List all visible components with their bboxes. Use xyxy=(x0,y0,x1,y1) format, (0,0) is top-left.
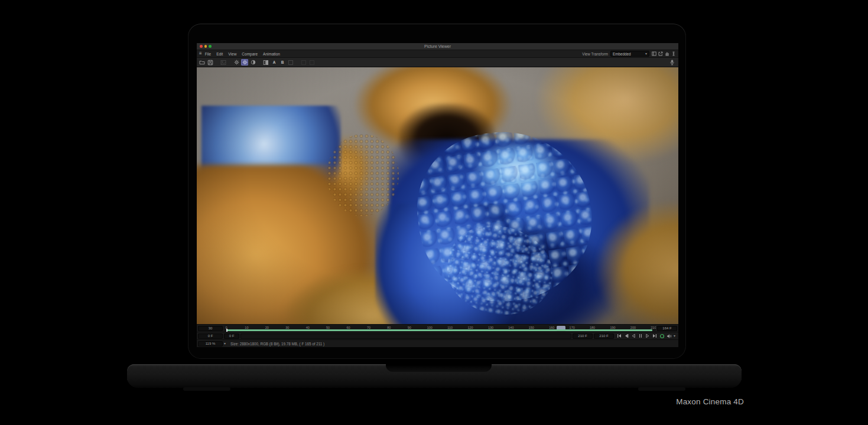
fps-field[interactable]: 30 xyxy=(198,326,223,331)
hand-pan-icon[interactable] xyxy=(665,51,669,56)
hamburger-menu-icon[interactable]: ≡ xyxy=(199,51,202,56)
stereo-disabled-button xyxy=(308,59,316,66)
play-backward-button[interactable] xyxy=(631,334,636,339)
contrast-button[interactable] xyxy=(249,59,256,66)
panel-layout-icon[interactable] xyxy=(652,51,656,56)
compare-link-disabled-button xyxy=(287,59,294,66)
laptop-lid: Picture Viewer ≡ FileEditViewCompareAnim… xyxy=(188,24,686,359)
status-bar: 119 % ▾ Size: 2880x1800, RGB (8 Bit), 19… xyxy=(197,339,678,347)
frame-ruler[interactable]: 0102030405060708090100110120130140150160… xyxy=(224,325,656,332)
display-options-button-active[interactable] xyxy=(241,59,248,66)
save-image-button[interactable] xyxy=(207,59,214,66)
viewer-window-tools xyxy=(652,51,676,56)
filter-disabled-button xyxy=(220,59,227,66)
laptop-base xyxy=(127,364,742,388)
loop-playback-button[interactable] xyxy=(659,334,665,339)
transport-controls: ▾ xyxy=(615,334,677,339)
page-background: Picture Viewer ≡ FileEditViewCompareAnim… xyxy=(0,0,868,425)
laptop-foot-left xyxy=(183,387,230,391)
window-titlebar: Picture Viewer xyxy=(197,43,678,50)
playback-options-arrow[interactable]: ▾ xyxy=(674,334,675,338)
microphone-icon[interactable] xyxy=(669,60,675,66)
viewer-toolbar: A B xyxy=(197,58,678,67)
range-start-handle[interactable] xyxy=(226,329,227,332)
range-end-field[interactable]: 210 F xyxy=(573,334,593,339)
start-frame-field[interactable]: 0 F xyxy=(198,334,223,339)
compare-ab-button[interactable] xyxy=(262,59,269,66)
menu-item[interactable]: Compare xyxy=(242,52,258,56)
laptop-screen: Picture Viewer ≡ FileEditViewCompareAnim… xyxy=(197,43,678,347)
zoom-level-field[interactable]: 119 % xyxy=(198,341,223,346)
render-vignette xyxy=(197,67,678,324)
goto-end-button[interactable] xyxy=(652,334,658,339)
cached-frames-bar xyxy=(226,329,652,331)
range-start-field[interactable]: 0 F xyxy=(224,334,239,339)
laptop-lid-scoop xyxy=(386,364,492,372)
open-folder-button[interactable] xyxy=(199,59,206,66)
menu-bar: ≡ FileEditViewCompareAnimation View Tran… xyxy=(197,50,678,58)
range-slider-track[interactable] xyxy=(240,334,571,339)
timeline-range-row: 0 F 0 F 210 F 210 F xyxy=(197,332,678,339)
playhead-frame-field[interactable]: 164 F xyxy=(657,326,677,331)
chevron-down-icon: ▾ xyxy=(645,52,647,55)
goto-start-button[interactable] xyxy=(617,334,622,339)
compare-b-button[interactable]: B xyxy=(279,59,286,66)
compare-a-button[interactable]: A xyxy=(271,59,278,66)
animation-timeline: 30 0102030405060708090100110120130140150… xyxy=(197,324,678,347)
history-disabled-button xyxy=(300,59,307,66)
rendered-image-viewport[interactable] xyxy=(197,67,678,324)
pause-button[interactable] xyxy=(638,334,643,339)
timeline-ruler-row: 30 0102030405060708090100110120130140150… xyxy=(197,324,678,332)
menu-item[interactable]: Edit xyxy=(216,52,223,56)
picture-viewer-window: Picture Viewer ≡ FileEditViewCompareAnim… xyxy=(197,43,678,347)
view-transform-group: View Transform Embedded ▾ xyxy=(582,51,676,57)
window-title: Picture Viewer xyxy=(197,44,678,48)
laptop-foot-right xyxy=(638,387,685,391)
menu-items: FileEditViewCompareAnimation xyxy=(205,52,280,56)
view-transform-label: View Transform xyxy=(582,52,608,56)
end-frame-field[interactable]: 210 F xyxy=(594,334,614,339)
zoom-dropdown-arrow[interactable]: ▾ xyxy=(224,342,226,345)
sound-button[interactable] xyxy=(667,334,672,339)
settings-gear-button[interactable] xyxy=(233,59,240,66)
open-external-icon[interactable] xyxy=(658,51,663,56)
image-info-text: Size: 2880x1800, RGB (8 Bit), 19.78 MB, … xyxy=(230,342,324,346)
menu-item[interactable]: File xyxy=(205,52,211,56)
play-forward-button[interactable] xyxy=(645,334,651,339)
caption-text: Maxon Cinema 4D xyxy=(0,397,744,406)
pin-icon[interactable] xyxy=(671,51,676,56)
menu-item[interactable]: Animation xyxy=(263,52,280,56)
previous-frame-button[interactable] xyxy=(624,334,629,339)
view-transform-dropdown[interactable]: Embedded ▾ xyxy=(610,51,649,57)
view-transform-value: Embedded xyxy=(613,52,630,56)
menu-item[interactable]: View xyxy=(228,52,236,56)
